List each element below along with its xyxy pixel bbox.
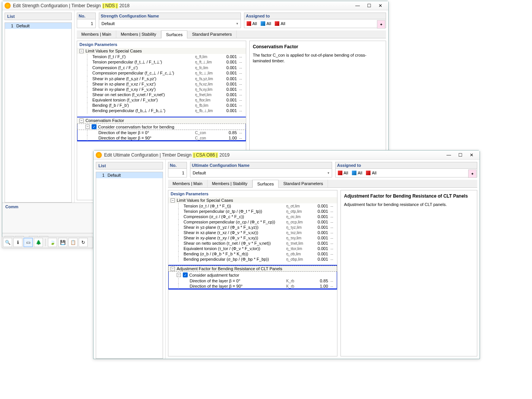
param-row[interactable]: Bending perpendicular (σ_bp / (Φ_bp * F_… [168, 256, 337, 262]
refresh-icon[interactable]: ↻ [79, 238, 88, 247]
collapse-icon[interactable]: − [86, 125, 90, 129]
param-row[interactable]: Direction of the layer β = 90°C_con1.00-… [77, 135, 246, 141]
param-value[interactable]: 0.001 [309, 257, 328, 261]
tab-members-main[interactable]: Members | Main [168, 180, 207, 187]
close-button[interactable]: ✕ [375, 2, 386, 10]
tab-standard-parameters[interactable]: Standard Parameters [187, 30, 237, 38]
copy-icon[interactable]: 📋 [68, 238, 78, 247]
assigned-field[interactable]: All All All [335, 168, 477, 177]
param-row[interactable]: Shear on net section (f_v,net / F_v,net'… [77, 92, 246, 97]
param-row[interactable]: Equivalent torsion (f_v,tor / F_v,tor')η… [77, 97, 246, 103]
param-row[interactable]: Shear in xy-plane (f_v,xy / F_v,xy')η_fv… [77, 87, 246, 92]
param-row[interactable]: Tension (f_t / F_t')η_ft,lim0.001-- [77, 54, 246, 59]
list-body[interactable]: 1 Default [5, 22, 72, 203]
tab-surfaces[interactable]: Surfaces [252, 180, 279, 188]
group-adjustment[interactable]: − Adjustment Factor for Bending Resistan… [168, 266, 337, 272]
info-icon[interactable]: ℹ [13, 238, 22, 247]
group-conservatism[interactable]: − Conservatism Factor [77, 117, 246, 124]
leaf-icon[interactable]: 🍃 [48, 238, 57, 247]
param-value[interactable]: 0.001 [218, 92, 237, 97]
consider-adjustment-checkbox-row[interactable]: − ✓ Consider adjustment factor [168, 272, 337, 278]
param-row[interactable]: Shear in xz-plane (τ_xz / (Φ_v * F_v,xz)… [168, 230, 337, 235]
no-field[interactable]: 1 [168, 168, 187, 177]
tab-members-main[interactable]: Members | Main [77, 30, 116, 38]
consider-conservatism-checkbox-row[interactable]: − ✓ Consider conservatism factor for ben… [77, 124, 246, 130]
param-value[interactable]: 0.001 [218, 103, 237, 108]
param-value[interactable]: 0.001 [309, 252, 328, 256]
param-row[interactable]: Shear on netto section (τ_net / (Φ_v * F… [168, 241, 337, 246]
param-row[interactable]: Shear in yz-plane (τ_yz / (Φ_s * F_s,yz)… [168, 225, 337, 230]
param-value[interactable]: 1.00 [309, 284, 328, 288]
params-tree[interactable]: − Limit Values for Special Cases Tension… [168, 197, 337, 356]
list-body[interactable]: 1 Default [96, 172, 163, 359]
param-value[interactable]: 0.001 [309, 246, 328, 251]
param-value[interactable]: 0.001 [218, 82, 237, 86]
collapse-icon[interactable]: − [171, 198, 175, 203]
param-value[interactable]: 0.001 [218, 98, 237, 102]
collapse-icon[interactable]: − [79, 119, 84, 123]
param-value[interactable]: 0.001 [218, 87, 237, 92]
group-limit-values[interactable]: − Limit Values for Special Cases [168, 197, 337, 203]
param-value[interactable]: 1.00 [218, 136, 237, 140]
tree-icon[interactable]: 🌲 [34, 238, 43, 247]
param-value[interactable]: 0.001 [309, 241, 328, 245]
param-value[interactable]: 0.001 [218, 54, 237, 59]
collapse-icon[interactable]: − [171, 267, 175, 271]
param-value[interactable]: 0.001 [309, 236, 328, 240]
param-value[interactable]: 0.001 [218, 76, 237, 81]
checkbox-checked-icon[interactable]: ✓ [92, 124, 97, 129]
close-button[interactable]: ✕ [466, 151, 477, 159]
param-value[interactable]: 0.001 [218, 108, 237, 113]
param-value[interactable]: 0.001 [218, 65, 237, 70]
param-row[interactable]: Direction of the layer β = 0°K_rb0.85-- [168, 278, 337, 283]
param-value[interactable]: 0.001 [309, 230, 328, 235]
tab-members-stability[interactable]: Members | Stability [116, 30, 161, 38]
param-value[interactable]: 0.85 [309, 279, 328, 283]
param-value[interactable]: 0.001 [309, 209, 328, 214]
minimize-button[interactable]: — [443, 151, 454, 159]
list-item[interactable]: 1 Default [96, 172, 163, 178]
param-row[interactable]: Shear in yz-plane (f_s,yz / F_s,yz')η_fs… [77, 76, 246, 81]
maximize-button[interactable]: ☐ [363, 2, 375, 10]
param-value[interactable]: 0.001 [309, 204, 328, 208]
param-value[interactable]: 0.001 [309, 214, 328, 219]
param-row[interactable]: Compression (σ_c / (Φ_c * F_c))η_σc,lim0… [168, 214, 337, 219]
collapse-icon[interactable]: − [177, 273, 181, 277]
param-value[interactable]: 0.001 [309, 225, 328, 230]
param-row[interactable]: Compression perpendicular (f_c,⊥ / F_c,⊥… [77, 70, 246, 76]
no-field[interactable]: 1 [77, 19, 96, 28]
param-row[interactable]: Tension perpendicular (f_t,⊥ / F_t,⊥')η_… [77, 59, 246, 65]
param-row[interactable]: Shear in xz-plane (f_v,xz / F_v,xz')η_fv… [77, 81, 246, 87]
name-dropdown[interactable]: Default▾ [99, 19, 241, 28]
param-value[interactable]: 0.001 [309, 220, 328, 224]
tab-members-stability[interactable]: Members | Stability [207, 180, 252, 187]
rect-icon[interactable]: ▭ [24, 238, 33, 247]
param-row[interactable]: Tension perpendicular (σ_tp / (Φ_t * F_t… [168, 209, 337, 214]
param-row[interactable]: Tension (σ_t / (Φ_t * F_t))η_σt,lim0.001… [168, 203, 337, 209]
tab-standard-parameters[interactable]: Standard Parameters [279, 180, 328, 187]
group-limit-values[interactable]: − Limit Values for Special Cases [77, 48, 246, 54]
param-value[interactable]: 0.001 [218, 71, 237, 75]
name-dropdown[interactable]: Default▾ [190, 168, 332, 177]
param-value[interactable]: 0.001 [218, 60, 237, 64]
minimize-button[interactable]: — [352, 2, 363, 10]
param-row[interactable]: Shear in xy-plane (τ_xy / (Φ_v * F_v,xy)… [168, 235, 337, 241]
maximize-button[interactable]: ☐ [454, 151, 466, 159]
param-row[interactable]: Bending (σ_b / (Φ_b * F_b * K_rb))η_σb,l… [168, 251, 337, 256]
checkbox-checked-icon[interactable]: ✓ [183, 272, 188, 277]
search-icon[interactable]: 🔍 [3, 238, 12, 247]
param-row[interactable]: Direction of the layer β = 90°K_rb1.00-- [168, 283, 337, 289]
tab-surfaces[interactable]: Surfaces [161, 30, 187, 38]
param-row[interactable]: Compression (f_c / F_c')η_fc,lim0.001-- [77, 65, 246, 70]
filter-button[interactable]: ✦ [468, 169, 477, 178]
save-icon[interactable]: 💾 [58, 238, 67, 247]
collapse-icon[interactable]: − [79, 49, 84, 53]
param-row[interactable]: Bending perpendicular (f_b,⊥ / F_b,⊥')η_… [77, 108, 246, 114]
param-row[interactable]: Bending (f_b / F_b')η_fb,lim0.001-- [77, 103, 246, 108]
list-item[interactable]: 1 Default [5, 23, 71, 29]
param-row[interactable]: Direction of the layer β = 0°C_con0.85-- [77, 130, 246, 135]
param-row[interactable]: Equivalent torsion (τ_tor / (Φ_v * F_v,t… [168, 246, 337, 251]
assigned-field[interactable]: All All All [244, 19, 386, 28]
param-row[interactable]: Compression perpendicular (σ_cp / (Φ_c *… [168, 219, 337, 225]
param-value[interactable]: 0.85 [218, 130, 237, 135]
